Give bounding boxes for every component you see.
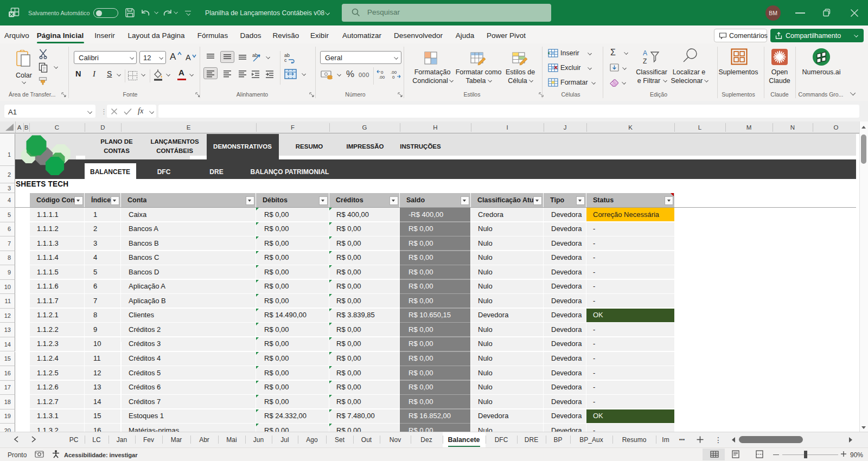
svg-text:c: c <box>284 57 287 63</box>
svg-text:.00: .00 <box>391 70 397 75</box>
svg-text:.00: .00 <box>379 75 385 79</box>
svg-text:0: 0 <box>392 75 395 79</box>
svg-text:ab: ab <box>252 53 258 58</box>
svg-text:Z: Z <box>643 57 647 65</box>
svg-text:0: 0 <box>381 70 384 75</box>
svg-text:A: A <box>643 49 647 57</box>
